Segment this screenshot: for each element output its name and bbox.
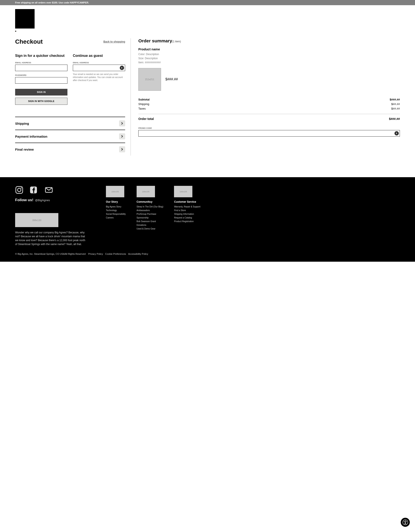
instagram-icon[interactable] bbox=[15, 186, 23, 194]
footer-link[interactable]: Careers bbox=[106, 217, 126, 219]
product-size: Size: Description bbox=[138, 57, 400, 60]
footer-link[interactable]: Ambassadors bbox=[137, 209, 164, 211]
guest-email-input[interactable] bbox=[73, 65, 125, 71]
taxes-value: $##.## bbox=[391, 107, 400, 110]
follow-us-text: Follow us!@BigAgnes bbox=[15, 198, 97, 202]
order-total-value: $###.## bbox=[389, 117, 400, 121]
shipping-section-heading: Shipping bbox=[15, 122, 29, 125]
footer-column-heading: Customer Service bbox=[174, 200, 200, 203]
product-item: Item: ########### bbox=[138, 60, 400, 65]
subtotal-value: $###.## bbox=[390, 98, 400, 101]
page-title: Checkout bbox=[15, 38, 43, 45]
footer-link[interactable]: Pro/Group Purchase bbox=[137, 213, 164, 215]
review-section-heading: Final review bbox=[15, 148, 34, 151]
logo[interactable] bbox=[15, 9, 35, 28]
footer-link[interactable]: Warranty, Repair & Support bbox=[174, 206, 200, 208]
review-expand-button[interactable] bbox=[119, 146, 125, 152]
footer: Follow us!@BigAgnes 398x130 Wonder why w… bbox=[0, 177, 415, 262]
back-to-shopping-link[interactable]: Back to shopping bbox=[103, 40, 125, 43]
footer-bottom-link[interactable]: Accessibility Policy bbox=[128, 253, 148, 255]
signin-password-label: PASSWORD bbox=[15, 74, 68, 76]
product-price: $###.## bbox=[165, 77, 178, 81]
footer-link[interactable]: Find a Store bbox=[174, 209, 200, 211]
email-icon[interactable] bbox=[44, 186, 54, 194]
footer-link[interactable]: Technology bbox=[106, 209, 126, 211]
footer-column: 168x105CommunituySleep In The Dirt (Our … bbox=[137, 186, 164, 246]
header bbox=[0, 5, 415, 32]
svg-point-1 bbox=[18, 188, 21, 192]
product-image: 211x211 bbox=[138, 68, 161, 91]
footer-link[interactable]: Sleep In The Dirt (Our Blog) bbox=[137, 206, 164, 208]
chevron-right-icon bbox=[121, 122, 123, 125]
footer-bottom-link[interactable]: Privacy Policy bbox=[88, 253, 103, 255]
promo-code-input[interactable] bbox=[138, 130, 400, 137]
footer-column-heading: Our Story bbox=[106, 200, 126, 203]
product-name: Product name bbox=[138, 47, 400, 51]
chevron-right-icon bbox=[396, 133, 397, 134]
facebook-icon[interactable] bbox=[29, 186, 38, 194]
order-summary-count: (1 item) bbox=[172, 40, 181, 43]
signin-heading: Sign in for a quicker checkout bbox=[15, 54, 68, 58]
footer-link[interactable]: Shipping Information bbox=[174, 213, 200, 215]
footer-column-image: 168x105 bbox=[106, 186, 124, 197]
footer-bottom-link[interactable]: Cookie Preferences bbox=[105, 253, 126, 255]
svg-point-2 bbox=[21, 187, 22, 189]
shipping-label: Shipping bbox=[138, 102, 149, 106]
footer-column-image: 168x105 bbox=[174, 186, 192, 197]
signin-email-label: EMAIL ADDRESS bbox=[15, 62, 68, 64]
chevron-right-icon bbox=[121, 67, 123, 69]
footer-column: 168x105Customer ServiceWarranty, Repair … bbox=[174, 186, 200, 246]
signin-google-button[interactable]: SIGN IN WITH GOOGLE bbox=[15, 98, 68, 105]
promo-code-label: PROMO CODE bbox=[138, 127, 400, 129]
signin-password-input[interactable] bbox=[15, 77, 68, 84]
shipping-expand-button[interactable] bbox=[119, 120, 125, 126]
guest-email-helper: Your email is needed so we can send you … bbox=[73, 73, 125, 82]
guest-email-label: EMAIL ADDRESS bbox=[73, 62, 125, 64]
footer-link[interactable]: Bob Swanson Grant bbox=[137, 220, 164, 223]
chevron-right-icon bbox=[121, 148, 123, 151]
signin-button[interactable]: SIGN IN bbox=[15, 89, 68, 95]
promo-code-submit-button[interactable] bbox=[395, 131, 399, 135]
footer-link[interactable]: Product Registration bbox=[174, 220, 200, 223]
copyright-text: © Big Agnes, Inc. Steamboat Springs, CO … bbox=[15, 253, 86, 255]
order-summary-title: Order summary(1 item) bbox=[138, 38, 400, 43]
chevron-right-icon bbox=[121, 135, 123, 138]
footer-link[interactable]: Social Responsibility bbox=[106, 213, 126, 215]
shipping-value: $##.## bbox=[391, 102, 400, 106]
payment-expand-button[interactable] bbox=[119, 133, 125, 139]
footer-column-heading: Communituy bbox=[137, 200, 164, 203]
social-handle: @BigAgnes bbox=[35, 199, 50, 202]
footer-description: Wonder why we call our company Big Agnes… bbox=[15, 231, 87, 246]
footer-link[interactable]: Big Agnes Story bbox=[106, 206, 126, 208]
footer-link[interactable]: Request a Catalog bbox=[174, 217, 200, 219]
subtotal-label: Subtotal bbox=[138, 98, 150, 101]
footer-link[interactable]: Sponsorship bbox=[137, 217, 164, 219]
footer-column: 168x105Our StoryBig Agnes StoryTechnolog… bbox=[106, 186, 126, 246]
footer-brand-image: 398x130 bbox=[15, 213, 58, 227]
footer-link[interactable]: Donations bbox=[137, 224, 164, 226]
order-total-label: Order total bbox=[138, 117, 154, 121]
guest-heading: Continue as guest bbox=[73, 54, 125, 58]
guest-email-submit-button[interactable] bbox=[120, 66, 124, 70]
footer-column-image: 168x105 bbox=[137, 186, 155, 197]
footer-link[interactable]: Used & Demo Gear bbox=[137, 228, 164, 230]
promo-bar: Free shipping on all orders over $100. U… bbox=[0, 0, 415, 5]
taxes-label: Taxes bbox=[138, 107, 146, 110]
payment-section-heading: Payment information bbox=[15, 135, 47, 138]
product-color: Color: Description bbox=[138, 52, 400, 57]
signin-email-input[interactable] bbox=[15, 65, 68, 71]
